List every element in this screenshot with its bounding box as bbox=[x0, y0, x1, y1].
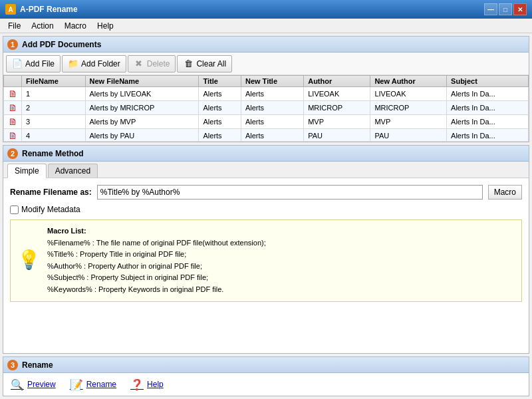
menu-action[interactable]: Action bbox=[26, 20, 59, 32]
menu-file[interactable]: File bbox=[3, 20, 26, 32]
delete-icon: ✖ bbox=[134, 59, 144, 69]
rename-filename-label: Rename Filename as: bbox=[10, 188, 92, 197]
rename-section: 3 Rename 🔍 Preview 📝 Rename ❓ Help bbox=[3, 356, 529, 396]
documents-toolbar: 📄 Add File 📁 Add Folder ✖ Delete 🗑 Clear… bbox=[3, 53, 529, 75]
row-author: MVP bbox=[304, 115, 370, 129]
row-new-author: LIVEOAK bbox=[370, 87, 447, 101]
preview-icon: 🔍 bbox=[10, 377, 25, 392]
close-button[interactable]: ✕ bbox=[513, 3, 527, 15]
rename-actions-row: 🔍 Preview 📝 Rename ❓ Help bbox=[3, 373, 529, 396]
delete-button[interactable]: ✖ Delete bbox=[128, 55, 176, 72]
col-new-filename[interactable]: New FileName bbox=[85, 76, 199, 87]
row-author: LIVEOAK bbox=[304, 87, 370, 101]
row-new-author: MRICROP bbox=[370, 101, 447, 115]
rename-execute-label: Rename bbox=[86, 380, 116, 389]
menu-help[interactable]: Help bbox=[92, 20, 119, 32]
row-new-title: Alerts bbox=[241, 115, 303, 129]
window-title: A-PDF Rename bbox=[20, 5, 484, 14]
title-bar: A A-PDF Rename — □ ✕ bbox=[0, 0, 532, 19]
row-author: PAU bbox=[304, 129, 370, 142]
macro-list-title: Macro List: bbox=[47, 227, 86, 235]
col-new-title[interactable]: New Title bbox=[241, 76, 303, 87]
row-icon: 🗎 bbox=[4, 115, 22, 129]
modify-metadata-label: Modify Metadata bbox=[21, 205, 80, 214]
rename-filename-row: Rename Filename as: Macro bbox=[10, 185, 522, 200]
row-title: Alerts bbox=[199, 129, 241, 142]
macro-button[interactable]: Macro bbox=[488, 185, 522, 200]
row-filename: 4 bbox=[22, 129, 86, 142]
rename-title: Rename bbox=[22, 360, 53, 370]
row-new-author: PAU bbox=[370, 129, 447, 142]
row-subject: Alerts In Da... bbox=[447, 87, 529, 101]
table-row[interactable]: 🗎 2 Alerts by MRICROP Alerts Alerts MRIC… bbox=[4, 101, 529, 115]
rename-filename-input[interactable] bbox=[97, 185, 483, 200]
row-icon: 🗎 bbox=[4, 87, 22, 101]
row-new-title: Alerts bbox=[241, 101, 303, 115]
preview-label: Preview bbox=[27, 380, 56, 389]
macro-item-1: %Filename% : The file name of original P… bbox=[47, 239, 266, 247]
col-icon bbox=[4, 76, 22, 87]
add-file-button[interactable]: 📄 Add File bbox=[6, 55, 61, 72]
help-label: Help bbox=[147, 380, 164, 389]
row-new-title: Alerts bbox=[241, 87, 303, 101]
macro-item-3: %Author% : Property Author in original P… bbox=[47, 262, 202, 270]
macro-item-2: %Title% : Property Title in original PDF… bbox=[47, 250, 186, 258]
menu-bar: File Action Macro Help bbox=[0, 19, 532, 33]
modify-metadata-checkbox[interactable] bbox=[10, 205, 19, 214]
modify-metadata-row: Modify Metadata bbox=[10, 205, 522, 214]
row-icon: 🗎 bbox=[4, 129, 22, 142]
row-subject: Alerts In Da... bbox=[447, 129, 529, 142]
macro-info-box: 💡 Macro List: %Filename% : The file name… bbox=[10, 219, 522, 302]
window-controls: — □ ✕ bbox=[484, 3, 527, 15]
rename-method-section: 2 Rename Method Simple Advanced Rename F… bbox=[3, 145, 529, 354]
add-file-icon: 📄 bbox=[12, 59, 23, 69]
add-documents-section: 1 Add PDF Documents 📄 Add File 📁 Add Fol… bbox=[3, 36, 529, 142]
menu-macro[interactable]: Macro bbox=[59, 20, 92, 32]
maximize-button[interactable]: □ bbox=[499, 3, 512, 15]
row-title: Alerts bbox=[199, 101, 241, 115]
col-author[interactable]: Author bbox=[304, 76, 370, 87]
macro-item-4: %Subject% : Property Subject in original… bbox=[47, 273, 208, 281]
row-new-filename: Alerts by LIVEOAK bbox=[85, 87, 199, 101]
col-subject[interactable]: Subject bbox=[447, 76, 529, 87]
add-folder-button[interactable]: 📁 Add Folder bbox=[62, 55, 126, 72]
row-title: Alerts bbox=[199, 87, 241, 101]
col-title[interactable]: Title bbox=[199, 76, 241, 87]
table-row[interactable]: 🗎 3 Alerts by MVP Alerts Alerts MVP MVP … bbox=[4, 115, 529, 129]
rename-method-title: Rename Method bbox=[22, 149, 84, 158]
row-subject: Alerts In Da... bbox=[447, 115, 529, 129]
rename-header: 3 Rename bbox=[3, 357, 529, 373]
row-filename: 2 bbox=[22, 101, 86, 115]
documents-table-container[interactable]: FileName New FileName Title New Title Au… bbox=[3, 75, 529, 142]
preview-button[interactable]: 🔍 Preview bbox=[10, 377, 56, 392]
add-documents-title: Add PDF Documents bbox=[22, 40, 101, 49]
clear-all-button[interactable]: 🗑 Clear All bbox=[177, 55, 232, 72]
table-row[interactable]: 🗎 1 Alerts by LIVEOAK Alerts Alerts LIVE… bbox=[4, 87, 529, 101]
minimize-button[interactable]: — bbox=[484, 3, 497, 15]
help-button[interactable]: ❓ Help bbox=[130, 377, 164, 392]
rename-execute-icon: 📝 bbox=[69, 377, 84, 392]
row-filename: 3 bbox=[22, 115, 86, 129]
row-new-filename: Alerts by MVP bbox=[85, 115, 199, 129]
rename-execute-button[interactable]: 📝 Rename bbox=[69, 377, 116, 392]
row-new-author: MVP bbox=[370, 115, 447, 129]
row-subject: Alerts In Da... bbox=[447, 101, 529, 115]
macro-list-content: Macro List: %Filename% : The file name o… bbox=[47, 225, 266, 296]
clear-all-icon: 🗑 bbox=[183, 59, 194, 69]
row-filename: 1 bbox=[22, 87, 86, 101]
row-icon: 🗎 bbox=[4, 101, 22, 115]
row-title: Alerts bbox=[199, 115, 241, 129]
section-1-number: 1 bbox=[7, 39, 18, 50]
app-icon: A bbox=[5, 4, 16, 15]
col-new-author[interactable]: New Author bbox=[370, 76, 447, 87]
tab-advanced[interactable]: Advanced bbox=[48, 164, 98, 178]
tab-simple[interactable]: Simple bbox=[7, 164, 47, 178]
table-row[interactable]: 🗎 4 Alerts by PAU Alerts Alerts PAU PAU … bbox=[4, 129, 529, 142]
lightbulb-icon: 💡 bbox=[17, 225, 41, 296]
row-author: MRICROP bbox=[304, 101, 370, 115]
main-content: 1 Add PDF Documents 📄 Add File 📁 Add Fol… bbox=[0, 33, 532, 399]
row-new-filename: Alerts by MRICROP bbox=[85, 101, 199, 115]
add-documents-header: 1 Add PDF Documents bbox=[3, 37, 529, 53]
col-filename[interactable]: FileName bbox=[22, 76, 86, 87]
documents-table: FileName New FileName Title New Title Au… bbox=[3, 75, 529, 142]
